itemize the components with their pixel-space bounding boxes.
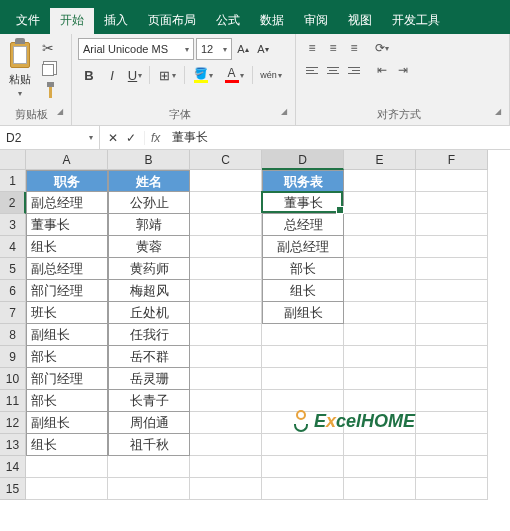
cell-C13[interactable] — [190, 434, 262, 456]
cell-B6[interactable]: 梅超风 — [108, 280, 190, 302]
row-head-8[interactable]: 8 — [0, 324, 26, 346]
cell-B1[interactable]: 姓名 — [108, 170, 190, 192]
cell-D8[interactable] — [262, 324, 344, 346]
cell-F3[interactable] — [416, 214, 488, 236]
cell-B11[interactable]: 长青子 — [108, 390, 190, 412]
cell-C12[interactable] — [190, 412, 262, 434]
cell-D3[interactable]: 总经理 — [262, 214, 344, 236]
cell-E3[interactable] — [344, 214, 416, 236]
col-head-D[interactable]: D — [262, 150, 344, 170]
row-head-13[interactable]: 13 — [0, 434, 26, 456]
cell-B3[interactable]: 郭靖 — [108, 214, 190, 236]
cell-F13[interactable] — [416, 434, 488, 456]
formula-input[interactable]: 董事长 — [166, 129, 214, 146]
row-head-2[interactable]: 2 — [0, 192, 26, 214]
cell-F5[interactable] — [416, 258, 488, 280]
tab-5[interactable]: 数据 — [250, 8, 294, 34]
col-head-B[interactable]: B — [108, 150, 190, 170]
cell-C8[interactable] — [190, 324, 262, 346]
col-head-F[interactable]: F — [416, 150, 488, 170]
tab-0[interactable]: 文件 — [6, 8, 50, 34]
row-head-10[interactable]: 10 — [0, 368, 26, 390]
cell-A10[interactable]: 部门经理 — [26, 368, 108, 390]
bold-button[interactable]: B — [78, 64, 100, 86]
cell-A13[interactable]: 组长 — [26, 434, 108, 456]
worksheet[interactable]: ABCDEF 123456789101112131415 职务姓名职务表副总经理… — [0, 150, 510, 510]
font-color-button[interactable]: A▾ — [219, 64, 249, 86]
cell-E1[interactable] — [344, 170, 416, 192]
cell-B9[interactable]: 岳不群 — [108, 346, 190, 368]
cell-F15[interactable] — [416, 478, 488, 500]
select-all-corner[interactable] — [0, 150, 26, 170]
cell-D6[interactable]: 组长 — [262, 280, 344, 302]
row-head-7[interactable]: 7 — [0, 302, 26, 324]
cell-E4[interactable] — [344, 236, 416, 258]
fx-icon[interactable]: fx — [144, 131, 166, 145]
cell-A9[interactable]: 部长 — [26, 346, 108, 368]
cell-C14[interactable] — [190, 456, 262, 478]
align-center-button[interactable] — [323, 60, 343, 80]
row-head-3[interactable]: 3 — [0, 214, 26, 236]
cell-E14[interactable] — [344, 456, 416, 478]
col-head-A[interactable]: A — [26, 150, 108, 170]
align-middle-button[interactable]: ≡ — [323, 38, 343, 58]
cell-E2[interactable] — [344, 192, 416, 214]
cell-D10[interactable] — [262, 368, 344, 390]
cell-F11[interactable] — [416, 390, 488, 412]
cut-button[interactable]: ✂ — [38, 38, 58, 58]
enter-icon[interactable]: ✓ — [126, 131, 136, 145]
cell-A4[interactable]: 组长 — [26, 236, 108, 258]
cell-B8[interactable]: 任我行 — [108, 324, 190, 346]
cell-E8[interactable] — [344, 324, 416, 346]
cell-C7[interactable] — [190, 302, 262, 324]
cell-A14[interactable] — [26, 456, 108, 478]
row-head-12[interactable]: 12 — [0, 412, 26, 434]
row-head-1[interactable]: 1 — [0, 170, 26, 192]
fill-color-button[interactable]: 🪣▾ — [188, 64, 218, 86]
align-right-button[interactable] — [344, 60, 364, 80]
paste-icon[interactable] — [6, 38, 34, 70]
cell-C4[interactable] — [190, 236, 262, 258]
cell-A2[interactable]: 副总经理 — [26, 192, 108, 214]
cell-B13[interactable]: 祖千秋 — [108, 434, 190, 456]
cell-E6[interactable] — [344, 280, 416, 302]
cell-E9[interactable] — [344, 346, 416, 368]
cell-D14[interactable] — [262, 456, 344, 478]
cell-D1[interactable]: 职务表 — [262, 170, 344, 192]
name-box[interactable]: D2▾ — [0, 126, 100, 149]
cell-C3[interactable] — [190, 214, 262, 236]
cell-B14[interactable] — [108, 456, 190, 478]
cell-B4[interactable]: 黄蓉 — [108, 236, 190, 258]
cell-E5[interactable] — [344, 258, 416, 280]
decrease-font-button[interactable]: A▾ — [254, 38, 272, 60]
cell-B10[interactable]: 岳灵珊 — [108, 368, 190, 390]
cell-E10[interactable] — [344, 368, 416, 390]
cell-C11[interactable] — [190, 390, 262, 412]
cell-D11[interactable] — [262, 390, 344, 412]
cell-A5[interactable]: 副总经理 — [26, 258, 108, 280]
tab-8[interactable]: 开发工具 — [382, 8, 450, 34]
cell-B15[interactable] — [108, 478, 190, 500]
cell-B2[interactable]: 公孙止 — [108, 192, 190, 214]
increase-font-button[interactable]: A▴ — [234, 38, 252, 60]
align-top-button[interactable]: ≡ — [302, 38, 322, 58]
cell-D5[interactable]: 部长 — [262, 258, 344, 280]
row-head-4[interactable]: 4 — [0, 236, 26, 258]
align-bottom-button[interactable]: ≡ — [344, 38, 364, 58]
cell-F7[interactable] — [416, 302, 488, 324]
cell-A6[interactable]: 部门经理 — [26, 280, 108, 302]
cell-F1[interactable] — [416, 170, 488, 192]
italic-button[interactable]: I — [101, 64, 123, 86]
cell-A12[interactable]: 副组长 — [26, 412, 108, 434]
cell-F8[interactable] — [416, 324, 488, 346]
cell-D4[interactable]: 副总经理 — [262, 236, 344, 258]
cell-B7[interactable]: 丘处机 — [108, 302, 190, 324]
cell-F14[interactable] — [416, 456, 488, 478]
row-head-15[interactable]: 15 — [0, 478, 26, 500]
cell-A7[interactable]: 班长 — [26, 302, 108, 324]
cell-B12[interactable]: 周伯通 — [108, 412, 190, 434]
cell-F6[interactable] — [416, 280, 488, 302]
cell-C5[interactable] — [190, 258, 262, 280]
col-head-E[interactable]: E — [344, 150, 416, 170]
cell-A8[interactable]: 副组长 — [26, 324, 108, 346]
